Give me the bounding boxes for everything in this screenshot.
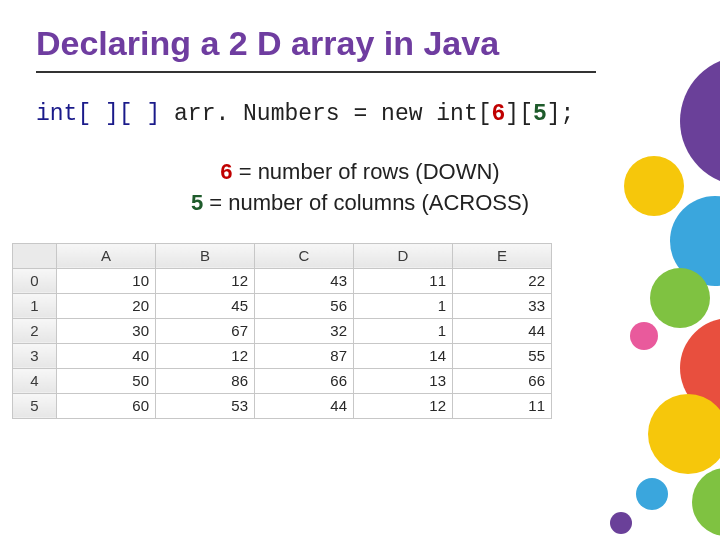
- code-rows-literal: 6: [492, 101, 506, 127]
- table-row: 4 50 86 66 13 66: [13, 368, 552, 393]
- row-header: 0: [13, 268, 57, 293]
- table-row: 5 60 53 44 12 11: [13, 393, 552, 418]
- cell: 11: [453, 393, 552, 418]
- table-header-D: D: [354, 243, 453, 268]
- cell: 53: [156, 393, 255, 418]
- table-header-C: C: [255, 243, 354, 268]
- cell: 40: [57, 343, 156, 368]
- decor-dot: [648, 394, 720, 474]
- code-declaration: int[ ][ ] arr. Numbers = new int[6][5];: [0, 73, 720, 127]
- decor-dot: [636, 478, 668, 510]
- code-bracket-close2: ]: [547, 101, 561, 127]
- code-var: arr. Numbers: [174, 101, 340, 127]
- table-row: 3 40 12 87 14 55: [13, 343, 552, 368]
- code-semicolon: ;: [561, 101, 575, 127]
- decor-dot: [630, 322, 658, 350]
- code-assign: = new int: [340, 101, 478, 127]
- table-header-E: E: [453, 243, 552, 268]
- cell: 66: [453, 368, 552, 393]
- cell: 87: [255, 343, 354, 368]
- decor-dot: [624, 156, 684, 216]
- cell: 22: [453, 268, 552, 293]
- cell: 13: [354, 368, 453, 393]
- row-header: 3: [13, 343, 57, 368]
- cell: 14: [354, 343, 453, 368]
- cell: 12: [156, 343, 255, 368]
- explain-six: 6: [220, 159, 232, 184]
- cell: 44: [255, 393, 354, 418]
- cell: 20: [57, 293, 156, 318]
- explanation: 6 = number of rows (DOWN) 5 = number of …: [0, 157, 720, 219]
- table-header-B: B: [156, 243, 255, 268]
- cell: 60: [57, 393, 156, 418]
- row-header: 4: [13, 368, 57, 393]
- code-bracket-open1: [: [478, 101, 492, 127]
- table-header-A: A: [57, 243, 156, 268]
- cell: 55: [453, 343, 552, 368]
- decor-dot: [610, 512, 632, 534]
- cell: 10: [57, 268, 156, 293]
- explain-five: 5: [191, 190, 203, 215]
- table-header-blank: [13, 243, 57, 268]
- cell: 66: [255, 368, 354, 393]
- cell: 12: [354, 393, 453, 418]
- cell: 45: [156, 293, 255, 318]
- data-table: A B C D E 0 10 12 43 11 22 1 20 45 56 1: [12, 243, 552, 419]
- cell: 44: [453, 318, 552, 343]
- table-row: 2 30 67 32 1 44: [13, 318, 552, 343]
- decor-dot: [692, 468, 720, 536]
- code-cols-literal: 5: [533, 101, 547, 127]
- cell: 1: [354, 293, 453, 318]
- data-table-wrap: A B C D E 0 10 12 43 11 22 1 20 45 56 1: [12, 243, 552, 419]
- decor-dot: [650, 268, 710, 328]
- cell: 30: [57, 318, 156, 343]
- explain-rows-text: = number of rows (DOWN): [233, 159, 500, 184]
- cell: 33: [453, 293, 552, 318]
- cell: 32: [255, 318, 354, 343]
- slide-title: Declaring a 2 D array in Java: [0, 0, 720, 63]
- cell: 11: [354, 268, 453, 293]
- table-body: 0 10 12 43 11 22 1 20 45 56 1 33 2 30 67…: [13, 268, 552, 418]
- code-bracket-open2: [: [519, 101, 533, 127]
- cell: 12: [156, 268, 255, 293]
- cell: 67: [156, 318, 255, 343]
- explain-cols-text: = number of columns (ACROSS): [203, 190, 529, 215]
- row-header: 2: [13, 318, 57, 343]
- table-header-row: A B C D E: [13, 243, 552, 268]
- cell: 86: [156, 368, 255, 393]
- row-header: 5: [13, 393, 57, 418]
- cell: 43: [255, 268, 354, 293]
- row-header: 1: [13, 293, 57, 318]
- cell: 56: [255, 293, 354, 318]
- table-row: 1 20 45 56 1 33: [13, 293, 552, 318]
- cell: 50: [57, 368, 156, 393]
- cell: 1: [354, 318, 453, 343]
- code-type-prefix: int[ ][ ]: [36, 101, 174, 127]
- code-bracket-close1: ]: [505, 101, 519, 127]
- table-row: 0 10 12 43 11 22: [13, 268, 552, 293]
